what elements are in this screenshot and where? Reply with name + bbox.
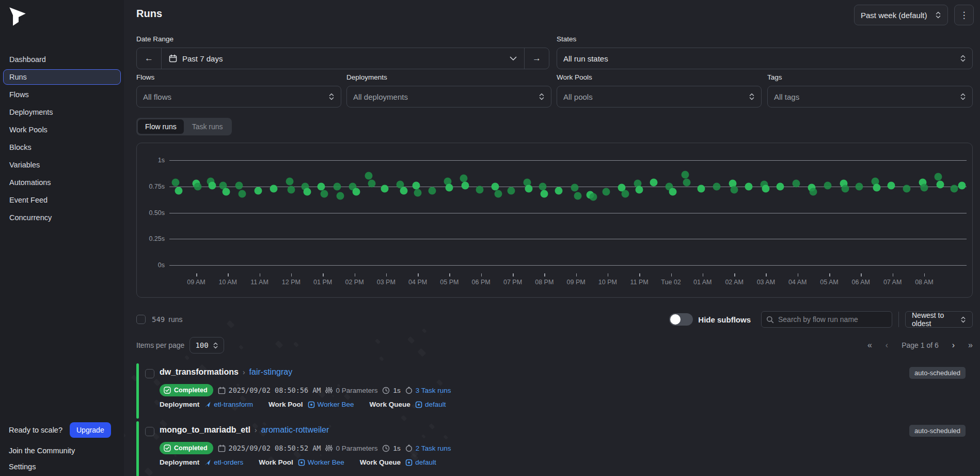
flow-run-dot[interactable] — [574, 192, 581, 200]
tab-flow-runs[interactable]: Flow runs — [138, 119, 184, 134]
flow-run-dot[interactable] — [525, 185, 532, 192]
sidebar-item-blocks[interactable]: Blocks — [3, 140, 121, 155]
next-page-button[interactable]: › — [952, 341, 955, 350]
flow-run-dot[interactable] — [254, 187, 262, 194]
flow-run-dot[interactable] — [270, 185, 278, 192]
upgrade-button[interactable]: Upgrade — [70, 422, 111, 438]
flow-run-dot[interactable] — [571, 183, 578, 191]
hide-subflows-toggle[interactable] — [669, 313, 693, 326]
flow-run-dot[interactable] — [287, 186, 295, 193]
flow-run-dot[interactable] — [590, 193, 597, 201]
date-range-next-button[interactable]: → — [525, 48, 549, 69]
sidebar-item-deployments[interactable]: Deployments — [3, 104, 121, 120]
prev-page-button[interactable]: ‹ — [886, 341, 888, 350]
flow-run-dot[interactable] — [208, 181, 216, 189]
flow-run-dot[interactable] — [920, 183, 928, 191]
work-queue-link[interactable]: default — [415, 401, 446, 408]
flow-run-dot[interactable] — [321, 190, 328, 197]
flow-run-dot[interactable] — [810, 188, 817, 195]
flow-run-dot[interactable] — [824, 181, 831, 189]
sidebar-item-dashboard[interactable]: Dashboard — [3, 52, 121, 67]
deployments-select[interactable]: All deployments — [346, 86, 551, 108]
run-checkbox[interactable] — [145, 427, 154, 436]
more-options-button[interactable]: ⋮ — [954, 5, 974, 25]
sidebar-item-variables[interactable]: Variables — [3, 157, 121, 173]
flow-run-dot[interactable] — [951, 185, 958, 192]
flow-run-dot[interactable] — [841, 185, 849, 192]
work-pools-select[interactable]: All pools — [557, 86, 762, 108]
work-pool-link[interactable]: Worker Bee — [308, 401, 354, 408]
flow-run-dot[interactable] — [462, 181, 469, 189]
flow-run-dot[interactable] — [194, 182, 202, 190]
sidebar-item-event-feed[interactable]: Event Feed — [3, 192, 121, 208]
sidebar-item-concurrency[interactable]: Concurrency — [3, 210, 121, 225]
prefect-logo-icon[interactable] — [7, 6, 28, 27]
last-page-button[interactable]: » — [968, 341, 973, 350]
flow-run-dot[interactable] — [413, 181, 420, 189]
flow-run-dot[interactable] — [303, 188, 311, 195]
flow-run-link[interactable]: aromatic-rottweiler — [261, 425, 329, 435]
flow-run-dot[interactable] — [669, 188, 676, 195]
flow-run-dot[interactable] — [336, 192, 344, 200]
flow-run-dot[interactable] — [235, 181, 243, 189]
flow-run-dot[interactable] — [621, 190, 629, 197]
deployment-link[interactable]: etl-orders — [204, 458, 243, 466]
task-runs-link[interactable]: 3 Task runs — [416, 387, 451, 394]
flow-run-dot[interactable] — [856, 182, 863, 190]
sidebar-item-flows[interactable]: Flows — [3, 87, 121, 102]
flow-run-dot[interactable] — [352, 188, 360, 195]
flow-run-dot[interactable] — [887, 181, 895, 189]
items-per-page-stepper[interactable]: 100 — [189, 337, 224, 354]
flow-run-dot[interactable] — [318, 182, 325, 190]
flow-run-dot[interactable] — [381, 185, 388, 192]
flow-run-dot[interactable] — [492, 182, 499, 190]
flow-run-dot[interactable] — [713, 182, 721, 190]
flow-run-dot[interactable] — [368, 179, 376, 187]
flow-run-dot[interactable] — [697, 185, 705, 192]
tags-select[interactable]: All tags — [767, 86, 973, 108]
flow-run-dot[interactable] — [636, 186, 643, 193]
flow-run-dot[interactable] — [223, 188, 230, 195]
flow-link[interactable]: mongo_to_mariadb_etl — [160, 425, 250, 435]
flows-select[interactable]: All flows — [136, 86, 341, 108]
date-range-prev-button[interactable]: ← — [137, 48, 161, 69]
work-queue-link[interactable]: default — [405, 458, 436, 466]
flow-run-dot[interactable] — [428, 187, 436, 194]
flow-run-dot[interactable] — [286, 177, 293, 185]
flow-run-dot[interactable] — [792, 179, 800, 187]
flow-run-dot[interactable] — [333, 182, 341, 190]
sidebar-item-runs[interactable]: Runs — [3, 69, 121, 85]
sidebar-item-work-pools[interactable]: Work Pools — [3, 122, 121, 137]
saved-filter-select[interactable]: Past week (default) — [854, 5, 948, 25]
flow-runs-scatter-chart[interactable]: 0s0.25s0.50s0.75s1s09 AM10 AM11 AM12 PM0… — [136, 143, 973, 298]
flow-run-dot[interactable] — [762, 185, 770, 192]
flow-run-dot[interactable] — [936, 180, 944, 188]
flow-run-dot[interactable] — [541, 190, 548, 197]
flow-run-dot[interactable] — [175, 187, 183, 194]
flow-run-dot[interactable] — [172, 178, 180, 186]
flow-run-dot[interactable] — [683, 178, 691, 186]
settings-link[interactable]: Settings — [9, 463, 119, 471]
flow-run-dot[interactable] — [555, 187, 562, 194]
flow-link[interactable]: dw_transformations — [160, 367, 239, 377]
run-checkbox[interactable] — [145, 369, 154, 378]
flow-run-dot[interactable] — [400, 187, 407, 194]
search-input[interactable] — [778, 315, 887, 324]
deployment-link[interactable]: etl-transform — [204, 401, 253, 408]
first-page-button[interactable]: « — [867, 341, 872, 350]
tab-task-runs[interactable]: Task runs — [185, 119, 230, 134]
flow-run-dot[interactable] — [507, 187, 515, 194]
task-runs-link[interactable]: 2 Task runs — [416, 444, 451, 452]
date-range-field[interactable]: Past 7 days — [162, 48, 524, 69]
flow-run-dot[interactable] — [682, 171, 689, 179]
flow-run-dot[interactable] — [745, 182, 752, 190]
community-link[interactable]: Join the Community — [9, 447, 119, 455]
work-pool-link[interactable]: Worker Bee — [298, 458, 344, 466]
flow-run-dot[interactable] — [731, 186, 738, 193]
flow-run-dot[interactable] — [460, 174, 467, 182]
flow-run-dot[interactable] — [539, 182, 547, 190]
state-badge-completed[interactable]: Completed — [160, 384, 213, 396]
flow-run-dot[interactable] — [365, 172, 373, 180]
flow-run-dot[interactable] — [414, 189, 422, 196]
sort-select[interactable]: Newest to oldest — [905, 311, 973, 328]
